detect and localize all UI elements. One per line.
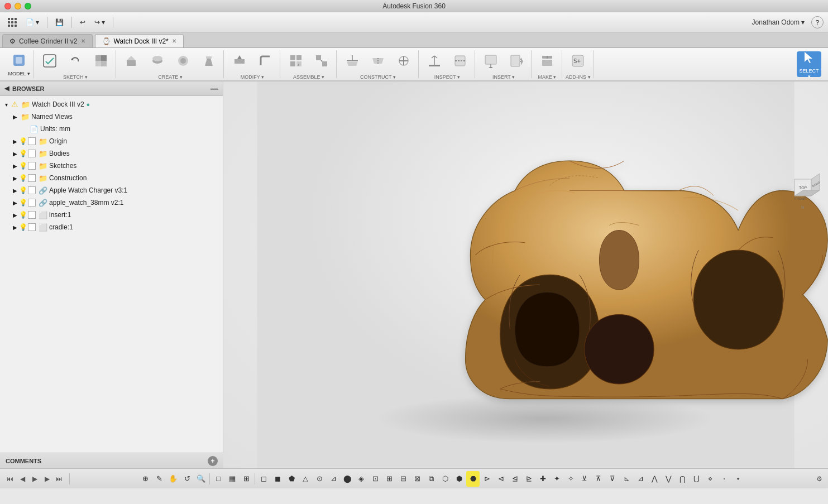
construction-expand-icon[interactable]: ▶ (11, 174, 19, 182)
bottom-tool-2[interactable]: ✎ (152, 471, 166, 487)
sweep-button[interactable] (171, 49, 195, 74)
bottom-tool-9[interactable]: △ (299, 471, 312, 487)
collapse-icon[interactable]: ◀ (4, 85, 9, 92)
bottom-tool-13[interactable]: ◈ (355, 471, 368, 487)
origin-item[interactable]: ▶ 💡 📁 Origin (0, 135, 223, 147)
bottom-tool-3[interactable]: ✋ (166, 471, 180, 487)
joint-button[interactable] (309, 49, 334, 74)
user-menu-button[interactable]: Jonathan Odom ▾ (749, 15, 808, 30)
scripts-button[interactable]: S+ (566, 49, 590, 74)
tab-coffee-grinder[interactable]: ⚙ Coffee Grinder II v2 ✕ (2, 34, 93, 47)
bodies-item[interactable]: ▶ 💡 📁 Bodies (0, 147, 223, 160)
bottom-tool-32[interactable]: ⊾ (620, 471, 633, 487)
units-item[interactable]: 📄 Units: mm (0, 123, 223, 135)
browser-collapse-button[interactable]: — (210, 84, 218, 93)
sketch-palette-button[interactable] (89, 49, 113, 74)
display-mode-button[interactable]: □ (212, 471, 225, 487)
bottom-tool-40[interactable]: ⋆ (731, 471, 745, 487)
construction-visibility-box[interactable] (28, 174, 36, 182)
bottom-tool-5[interactable]: 🔍 (194, 471, 208, 487)
undo-button[interactable]: ↩ (76, 15, 89, 30)
maximize-button[interactable] (25, 3, 31, 9)
nav-last-button[interactable]: ⏭ (54, 473, 65, 484)
bottom-tool-21[interactable]: ⬣ (466, 471, 480, 487)
press-pull-button[interactable] (227, 49, 252, 74)
apple-watch-charger-visibility-box[interactable] (28, 186, 36, 194)
apple-watch-charger-bulb-icon[interactable]: 💡 (19, 186, 27, 194)
extrude-button[interactable] (119, 49, 144, 74)
sketches-expand-icon[interactable]: ▶ (11, 162, 19, 170)
nav-first-button[interactable]: ⏮ (4, 473, 16, 484)
origin-visibility-box[interactable] (28, 137, 36, 145)
origin-expand-icon[interactable]: ▶ (11, 137, 19, 145)
bottom-tool-30[interactable]: ⊼ (592, 471, 605, 487)
apple-watch-charger-expand-icon[interactable]: ▶ (11, 186, 19, 194)
file-menu-button[interactable]: 📄 ▾ (22, 15, 42, 30)
insert-svg-button[interactable] (504, 49, 529, 74)
insert-item[interactable]: ▶ 💡 ⬜ insert:1 (0, 209, 223, 221)
cradle-visibility-box[interactable] (28, 223, 36, 231)
bottom-tool-23[interactable]: ⊲ (494, 471, 508, 487)
apps-grid-icon[interactable] (4, 15, 20, 30)
apple-watch-38mm-expand-icon[interactable]: ▶ (11, 199, 19, 207)
sketches-bulb-icon[interactable]: 💡 (19, 162, 27, 170)
apple-watch-38mm-item[interactable]: ▶ 💡 🔗 apple_watch_38mm v2:1 (0, 196, 223, 209)
bottom-tool-11[interactable]: ⊿ (327, 471, 340, 487)
tree-expand-icon[interactable]: ▾ (2, 100, 10, 108)
construction-bulb-icon[interactable]: 💡 (19, 174, 27, 182)
cradle-item[interactable]: ▶ 💡 ⬜ cradle:1 (0, 221, 223, 233)
insert-expand-icon[interactable]: ▶ (11, 211, 19, 219)
undo-sketch-button[interactable] (63, 49, 88, 74)
section-analysis-button[interactable] (448, 49, 472, 74)
settings-gear-button[interactable]: ⚙ (812, 472, 826, 486)
axis-button[interactable] (391, 49, 416, 74)
tab-close-icon[interactable]: ✕ (172, 38, 176, 44)
bottom-tool-22[interactable]: ⊳ (480, 471, 494, 487)
offset-plane-button[interactable] (340, 49, 365, 74)
bottom-tool-16[interactable]: ⊟ (396, 471, 410, 487)
bottom-tool-38[interactable]: ⋄ (703, 471, 717, 487)
bottom-tool-24[interactable]: ⊴ (508, 471, 521, 487)
bottom-tool-39[interactable]: ⋅ (717, 471, 731, 487)
bottom-tool-7[interactable]: ◼ (271, 471, 284, 487)
select-button[interactable]: SELECT ▾ (797, 51, 821, 77)
loft-button[interactable] (197, 49, 221, 74)
bottom-tool-4[interactable]: ↺ (180, 471, 194, 487)
bottom-tool-37[interactable]: ⋃ (690, 471, 703, 487)
measure-button[interactable] (422, 49, 447, 74)
finish-sketch-button[interactable] (37, 49, 62, 74)
bottom-tool-27[interactable]: ✦ (550, 471, 563, 487)
bottom-tool-25[interactable]: ⊵ (522, 471, 535, 487)
bottom-tool-28[interactable]: ✧ (564, 471, 577, 487)
nav-next-button[interactable]: ▶ (41, 473, 52, 484)
apple-watch-38mm-bulb-icon[interactable]: 💡 (19, 199, 27, 207)
bottom-tool-20[interactable]: ⬢ (452, 471, 466, 487)
bottom-tool-8[interactable]: ⬟ (285, 471, 298, 487)
bottom-tool-33[interactable]: ⊿ (634, 471, 647, 487)
save-button[interactable]: 💾 (52, 15, 67, 30)
bottom-tool-36[interactable]: ⋂ (676, 471, 689, 487)
grid-button[interactable]: ▦ (226, 471, 239, 487)
bottom-tool-1[interactable]: ⊕ (138, 471, 152, 487)
viewport[interactable]: TOP FRONT RIGHT N (223, 81, 828, 468)
new-component-button[interactable]: + (284, 49, 308, 74)
minimize-button[interactable] (15, 3, 21, 9)
bottom-tool-19[interactable]: ⬡ (438, 471, 452, 487)
sketches-item[interactable]: ▶ 💡 📁 Sketches (0, 160, 223, 172)
bottom-tool-31[interactable]: ⊽ (606, 471, 619, 487)
bottom-tool-34[interactable]: ⋀ (648, 471, 661, 487)
snap-button[interactable]: ⊞ (240, 471, 253, 487)
insert-mesh-button[interactable] (478, 49, 503, 74)
insert-visibility-box[interactable] (28, 211, 36, 219)
bottom-tool-10[interactable]: ⊙ (313, 471, 326, 487)
comments-add-button[interactable]: + (208, 456, 218, 466)
bottom-tool-29[interactable]: ⊻ (578, 471, 591, 487)
construction-item[interactable]: ▶ 💡 📁 Construction (0, 172, 223, 184)
bottom-tool-14[interactable]: ⊡ (368, 471, 382, 487)
bottom-tool-17[interactable]: ⊠ (410, 471, 424, 487)
model-button[interactable]: MODEL ▾ (7, 51, 31, 77)
cradle-bulb-icon[interactable]: 💡 (19, 223, 27, 231)
midplane-button[interactable] (366, 49, 390, 74)
bottom-tool-26[interactable]: ✚ (536, 471, 549, 487)
bottom-tool-18[interactable]: ⧉ (424, 471, 438, 487)
